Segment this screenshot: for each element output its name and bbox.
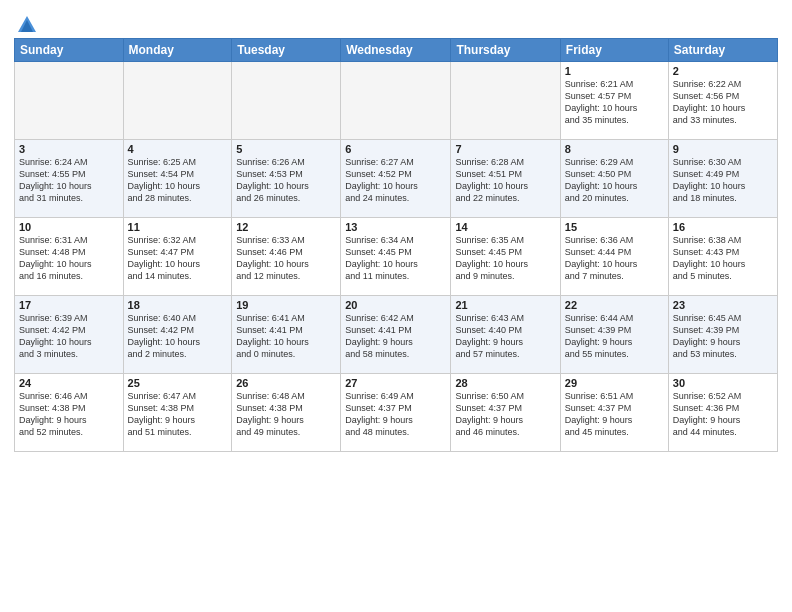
header (14, 10, 778, 32)
day-cell: 20Sunrise: 6:42 AMSunset: 4:41 PMDayligh… (341, 296, 451, 374)
calendar-body: 1Sunrise: 6:21 AMSunset: 4:57 PMDaylight… (15, 62, 778, 452)
day-info: Sunrise: 6:33 AMSunset: 4:46 PMDaylight:… (236, 234, 336, 283)
day-number: 6 (345, 143, 446, 155)
day-info: Sunrise: 6:44 AMSunset: 4:39 PMDaylight:… (565, 312, 664, 361)
day-info: Sunrise: 6:22 AMSunset: 4:56 PMDaylight:… (673, 78, 773, 127)
day-number: 27 (345, 377, 446, 389)
day-info: Sunrise: 6:27 AMSunset: 4:52 PMDaylight:… (345, 156, 446, 205)
day-cell (232, 62, 341, 140)
day-info: Sunrise: 6:41 AMSunset: 4:41 PMDaylight:… (236, 312, 336, 361)
week-row-4: 24Sunrise: 6:46 AMSunset: 4:38 PMDayligh… (15, 374, 778, 452)
day-cell: 11Sunrise: 6:32 AMSunset: 4:47 PMDayligh… (123, 218, 232, 296)
day-number: 28 (455, 377, 555, 389)
day-info: Sunrise: 6:26 AMSunset: 4:53 PMDaylight:… (236, 156, 336, 205)
day-number: 3 (19, 143, 119, 155)
day-cell: 10Sunrise: 6:31 AMSunset: 4:48 PMDayligh… (15, 218, 124, 296)
day-cell: 18Sunrise: 6:40 AMSunset: 4:42 PMDayligh… (123, 296, 232, 374)
day-info: Sunrise: 6:35 AMSunset: 4:45 PMDaylight:… (455, 234, 555, 283)
day-cell: 25Sunrise: 6:47 AMSunset: 4:38 PMDayligh… (123, 374, 232, 452)
day-number: 10 (19, 221, 119, 233)
day-info: Sunrise: 6:40 AMSunset: 4:42 PMDaylight:… (128, 312, 228, 361)
day-info: Sunrise: 6:21 AMSunset: 4:57 PMDaylight:… (565, 78, 664, 127)
day-number: 23 (673, 299, 773, 311)
page: SundayMondayTuesdayWednesdayThursdayFrid… (0, 0, 792, 612)
day-info: Sunrise: 6:52 AMSunset: 4:36 PMDaylight:… (673, 390, 773, 439)
weekday-header-sunday: Sunday (15, 39, 124, 62)
day-number: 16 (673, 221, 773, 233)
week-row-0: 1Sunrise: 6:21 AMSunset: 4:57 PMDaylight… (15, 62, 778, 140)
day-number: 22 (565, 299, 664, 311)
day-number: 20 (345, 299, 446, 311)
day-cell (123, 62, 232, 140)
day-cell: 8Sunrise: 6:29 AMSunset: 4:50 PMDaylight… (560, 140, 668, 218)
day-number: 24 (19, 377, 119, 389)
weekday-header-tuesday: Tuesday (232, 39, 341, 62)
day-number: 17 (19, 299, 119, 311)
day-cell: 12Sunrise: 6:33 AMSunset: 4:46 PMDayligh… (232, 218, 341, 296)
day-cell: 5Sunrise: 6:26 AMSunset: 4:53 PMDaylight… (232, 140, 341, 218)
day-info: Sunrise: 6:24 AMSunset: 4:55 PMDaylight:… (19, 156, 119, 205)
day-cell: 30Sunrise: 6:52 AMSunset: 4:36 PMDayligh… (668, 374, 777, 452)
day-number: 12 (236, 221, 336, 233)
day-info: Sunrise: 6:43 AMSunset: 4:40 PMDaylight:… (455, 312, 555, 361)
weekday-header-thursday: Thursday (451, 39, 560, 62)
day-cell: 29Sunrise: 6:51 AMSunset: 4:37 PMDayligh… (560, 374, 668, 452)
day-info: Sunrise: 6:36 AMSunset: 4:44 PMDaylight:… (565, 234, 664, 283)
day-info: Sunrise: 6:47 AMSunset: 4:38 PMDaylight:… (128, 390, 228, 439)
week-row-2: 10Sunrise: 6:31 AMSunset: 4:48 PMDayligh… (15, 218, 778, 296)
day-info: Sunrise: 6:42 AMSunset: 4:41 PMDaylight:… (345, 312, 446, 361)
day-info: Sunrise: 6:31 AMSunset: 4:48 PMDaylight:… (19, 234, 119, 283)
day-cell: 14Sunrise: 6:35 AMSunset: 4:45 PMDayligh… (451, 218, 560, 296)
calendar: SundayMondayTuesdayWednesdayThursdayFrid… (14, 38, 778, 452)
day-number: 30 (673, 377, 773, 389)
day-number: 2 (673, 65, 773, 77)
day-cell: 27Sunrise: 6:49 AMSunset: 4:37 PMDayligh… (341, 374, 451, 452)
day-cell: 3Sunrise: 6:24 AMSunset: 4:55 PMDaylight… (15, 140, 124, 218)
day-cell: 9Sunrise: 6:30 AMSunset: 4:49 PMDaylight… (668, 140, 777, 218)
logo-icon (16, 14, 38, 36)
day-info: Sunrise: 6:48 AMSunset: 4:38 PMDaylight:… (236, 390, 336, 439)
day-cell: 6Sunrise: 6:27 AMSunset: 4:52 PMDaylight… (341, 140, 451, 218)
day-info: Sunrise: 6:39 AMSunset: 4:42 PMDaylight:… (19, 312, 119, 361)
day-cell: 24Sunrise: 6:46 AMSunset: 4:38 PMDayligh… (15, 374, 124, 452)
day-cell: 28Sunrise: 6:50 AMSunset: 4:37 PMDayligh… (451, 374, 560, 452)
day-info: Sunrise: 6:34 AMSunset: 4:45 PMDaylight:… (345, 234, 446, 283)
day-cell: 21Sunrise: 6:43 AMSunset: 4:40 PMDayligh… (451, 296, 560, 374)
day-info: Sunrise: 6:30 AMSunset: 4:49 PMDaylight:… (673, 156, 773, 205)
day-number: 18 (128, 299, 228, 311)
weekday-header-monday: Monday (123, 39, 232, 62)
day-number: 26 (236, 377, 336, 389)
day-number: 15 (565, 221, 664, 233)
day-cell (15, 62, 124, 140)
day-number: 1 (565, 65, 664, 77)
day-cell: 2Sunrise: 6:22 AMSunset: 4:56 PMDaylight… (668, 62, 777, 140)
day-number: 5 (236, 143, 336, 155)
day-info: Sunrise: 6:46 AMSunset: 4:38 PMDaylight:… (19, 390, 119, 439)
day-number: 25 (128, 377, 228, 389)
day-cell: 22Sunrise: 6:44 AMSunset: 4:39 PMDayligh… (560, 296, 668, 374)
day-number: 14 (455, 221, 555, 233)
day-info: Sunrise: 6:49 AMSunset: 4:37 PMDaylight:… (345, 390, 446, 439)
day-number: 13 (345, 221, 446, 233)
day-cell: 7Sunrise: 6:28 AMSunset: 4:51 PMDaylight… (451, 140, 560, 218)
weekday-header-friday: Friday (560, 39, 668, 62)
day-info: Sunrise: 6:51 AMSunset: 4:37 PMDaylight:… (565, 390, 664, 439)
day-cell: 17Sunrise: 6:39 AMSunset: 4:42 PMDayligh… (15, 296, 124, 374)
day-cell: 1Sunrise: 6:21 AMSunset: 4:57 PMDaylight… (560, 62, 668, 140)
day-info: Sunrise: 6:45 AMSunset: 4:39 PMDaylight:… (673, 312, 773, 361)
day-cell (341, 62, 451, 140)
day-cell (451, 62, 560, 140)
day-number: 11 (128, 221, 228, 233)
day-cell: 19Sunrise: 6:41 AMSunset: 4:41 PMDayligh… (232, 296, 341, 374)
day-cell: 13Sunrise: 6:34 AMSunset: 4:45 PMDayligh… (341, 218, 451, 296)
day-number: 4 (128, 143, 228, 155)
day-number: 9 (673, 143, 773, 155)
day-info: Sunrise: 6:28 AMSunset: 4:51 PMDaylight:… (455, 156, 555, 205)
day-cell: 26Sunrise: 6:48 AMSunset: 4:38 PMDayligh… (232, 374, 341, 452)
weekday-header-wednesday: Wednesday (341, 39, 451, 62)
day-number: 21 (455, 299, 555, 311)
day-number: 8 (565, 143, 664, 155)
weekday-header-row: SundayMondayTuesdayWednesdayThursdayFrid… (15, 39, 778, 62)
day-number: 19 (236, 299, 336, 311)
week-row-3: 17Sunrise: 6:39 AMSunset: 4:42 PMDayligh… (15, 296, 778, 374)
